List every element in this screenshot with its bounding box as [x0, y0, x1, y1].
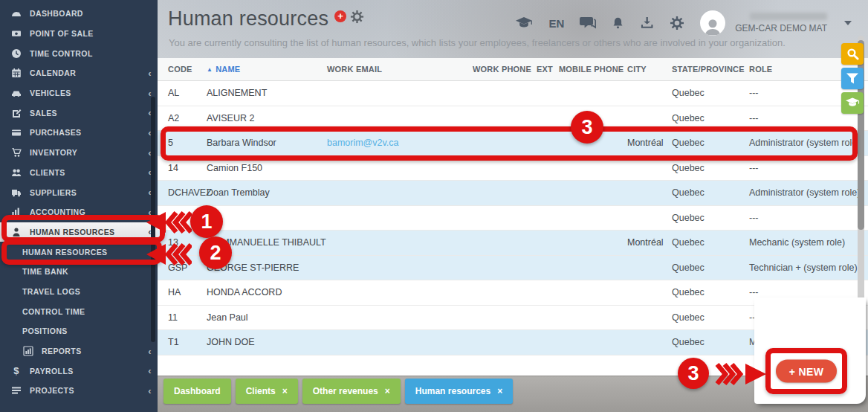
sidebar-scrollbar[interactable]: [151, 97, 155, 342]
column-header-city[interactable]: CITY: [627, 65, 672, 74]
cell-code: 14: [168, 163, 207, 173]
sidebar-item-dashboard[interactable]: DASHBOARD: [0, 4, 158, 24]
sidebar-item-suppliers[interactable]: SUPPLIERS ‹: [0, 182, 158, 202]
page-title: Human resources: [168, 7, 328, 30]
training-button[interactable]: [841, 92, 864, 114]
cell-code: 11: [168, 312, 207, 323]
column-header-code[interactable]: CODE: [168, 65, 207, 74]
column-header-state-province[interactable]: STATE/PROVINCE: [672, 65, 749, 74]
bell-icon[interactable]: [612, 16, 624, 30]
cell-code: HA: [168, 287, 207, 297]
table-row[interactable]: 14Camion F150Quebec---: [158, 156, 868, 181]
human-resources-icon: [10, 226, 22, 237]
sidebar-item-vehicles[interactable]: VEHICLES ‹: [0, 83, 158, 103]
table-row[interactable]: 13E EMMANUELLE THIBAULTMontréalQuebecMec…: [158, 231, 868, 256]
cell-name: JOHN DOE: [207, 337, 327, 347]
sidebar-item-time-control[interactable]: TIME CONTROL: [0, 43, 158, 63]
cell-name: Barbara Windsor: [207, 138, 327, 148]
caret-down-icon[interactable]: [844, 21, 852, 25]
purchases-icon: [10, 127, 22, 138]
avatar[interactable]: [700, 10, 725, 36]
user-name-redacted: [750, 13, 827, 20]
language-selector[interactable]: EN: [548, 17, 564, 30]
column-header-mobile-phone[interactable]: MOBILE PHONE: [559, 65, 627, 74]
table-row[interactable]: ALALIGNEMENTQuebec---: [158, 81, 868, 106]
sidebar-item-label: DASHBOARD: [30, 9, 83, 18]
cell-name: E EMMANUELLE THIBAULT: [207, 237, 327, 248]
sidebar-item-point-of-sale[interactable]: POINT OF SALE: [0, 24, 158, 44]
sidebar-subitem-travel-logs[interactable]: TRAVEL LOGS: [0, 282, 158, 302]
tab-clients[interactable]: Clients×: [236, 379, 298, 404]
sidebar-item-clients[interactable]: CLIENTS ‹: [0, 163, 158, 183]
table-row[interactable]: A2AVISEUR 2Quebec---: [158, 106, 868, 132]
sidebar-item-label: REPORTS: [42, 347, 82, 355]
cell-state: Quebec: [672, 113, 749, 123]
cell-code: DCHAVEZ: [168, 187, 207, 198]
tab-human-resources[interactable]: Human resources×: [405, 379, 513, 404]
cell-name: Camion F150: [207, 163, 327, 173]
close-icon[interactable]: ×: [385, 386, 390, 396]
accounting-icon: [10, 207, 22, 218]
cell-code: T1: [168, 337, 207, 347]
sidebar-item-label: POINT OF SALE: [30, 29, 94, 38]
cell-state: Quebec: [672, 213, 749, 223]
page-header: Human resources + You are currently cons…: [158, 0, 868, 59]
gem-car-app-window: DASHBOARD POINT OF SALE TIME CONTROL CAL…: [0, 0, 868, 412]
sidebar-item-label: VEHICLES: [30, 88, 71, 97]
sidebar-item-projects[interactable]: PROJECTS ‹: [0, 381, 158, 401]
suppliers-icon: [10, 187, 22, 198]
filter-button[interactable]: [841, 68, 864, 89]
sidebar-item-payrolls[interactable]: $ PAYROLLS ‹: [0, 361, 158, 381]
gear-icon[interactable]: [350, 10, 364, 27]
cell-code: GSP: [168, 263, 207, 273]
sidebar-subitem-positions[interactable]: POSITIONS: [0, 321, 158, 341]
search-button[interactable]: [841, 43, 864, 65]
column-header-work-email[interactable]: WORK EMAIL: [327, 65, 473, 74]
sidebar-subitem-control-time[interactable]: CONTROL TIME: [0, 301, 158, 321]
sidebar-item-label: SUPPLIERS: [30, 188, 77, 197]
cell-state: Quebec: [672, 263, 749, 273]
column-header-name[interactable]: ▲NAME: [207, 65, 327, 74]
cell-name: Jean Paul: [207, 312, 327, 323]
sidebar-item-label: PROJECTS: [30, 386, 74, 395]
tab-dashboard[interactable]: Dashboard: [163, 379, 231, 404]
add-icon[interactable]: +: [334, 10, 346, 22]
sidebar-subitem-reports[interactable]: REPORTS ‹: [0, 341, 158, 361]
download-icon[interactable]: [640, 16, 654, 30]
sidebar-item-calendar[interactable]: CALENDAR ‹: [0, 63, 158, 83]
close-icon[interactable]: ×: [497, 386, 502, 396]
table-row[interactable]: DCHAVEZDoan TremblayQuebecAdministrator …: [158, 181, 868, 206]
tab-other-revenues[interactable]: Other revenues×: [302, 379, 401, 404]
cell-role: Administrator (system role): [749, 187, 868, 198]
sidebar-item-sales[interactable]: SALES ‹: [0, 103, 158, 123]
chevron-left-icon: ‹: [148, 346, 152, 357]
sidebar-item-label: POSITIONS: [22, 326, 68, 335]
graduation-cap-icon[interactable]: [516, 17, 533, 30]
cell-code: 5: [168, 138, 207, 148]
cell-state: Quebec: [672, 138, 749, 148]
cell-code: AL: [168, 88, 207, 98]
gear-icon[interactable]: [670, 16, 684, 30]
sidebar-item-accounting[interactable]: ACCOUNTING ‹: [0, 202, 158, 222]
cell-name: Doan Tremblay: [207, 187, 327, 198]
column-header-ext[interactable]: EXT: [537, 65, 559, 74]
sidebar-subitem-time-bank[interactable]: TIME BANK: [0, 262, 158, 282]
sidebar-item-inventory[interactable]: INVENTORY ‹: [0, 143, 158, 163]
account-info[interactable]: GEM-CAR DEMO MAT: [735, 13, 827, 33]
table-row-selected[interactable]: 5Barbara Windsorbamorim@v2v.caMontréalQu…: [158, 131, 868, 156]
table-row[interactable]: Quebec---: [158, 206, 868, 231]
column-header-work-phone[interactable]: WORK PHONE: [473, 65, 537, 74]
sidebar-item-human-resources[interactable]: HUMAN RESOURCES ‹: [0, 222, 158, 242]
inventory-icon: [10, 147, 22, 158]
work-email-link[interactable]: bamorim@v2v.ca: [327, 138, 473, 148]
close-icon[interactable]: ×: [282, 386, 288, 396]
account-name: GEM-CAR DEMO MAT: [735, 23, 827, 33]
sidebar-subitem-human-resources[interactable]: HUMAN RESOURCES: [0, 242, 158, 262]
new-button[interactable]: + NEW: [776, 360, 837, 383]
table-row[interactable]: GSPGEORGE ST-PIERREQuebecTechnician + (s…: [158, 256, 868, 281]
chevron-left-icon: ‹: [148, 385, 152, 396]
sidebar-item-purchases[interactable]: PURCHASES ‹: [0, 123, 158, 143]
cell-code: 13: [168, 237, 207, 248]
chat-icon[interactable]: [580, 16, 596, 30]
chevron-left-icon: ‹: [148, 68, 152, 79]
